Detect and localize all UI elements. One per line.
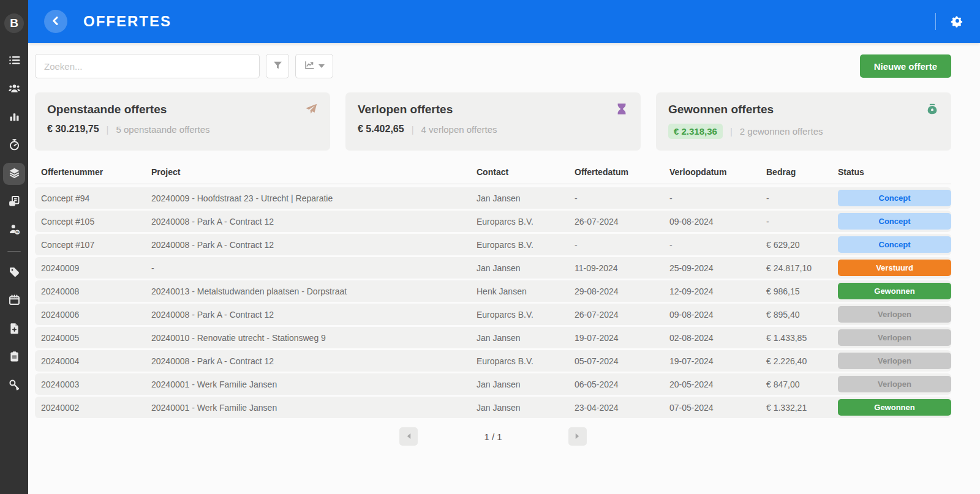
cell-verloopdatum: 09-08-2024 <box>669 310 766 320</box>
pagination: 1 / 1 <box>35 427 951 446</box>
table-row[interactable]: Concept #107 20240008 - Park A - Contrac… <box>35 234 951 255</box>
cell-offertenummer: 20240005 <box>35 333 151 343</box>
cell-project: 20240009 - Hoofdstraat 23 - Utrecht | Re… <box>151 193 477 203</box>
cell-offertedatum: 19-07-2024 <box>575 333 669 343</box>
chevron-down-icon <box>318 64 325 68</box>
sidebar-item-new-file[interactable] <box>3 318 25 340</box>
table-row[interactable]: 20240008 20240013 - Metalstudwanden plaa… <box>35 280 951 302</box>
cell-verloopdatum: 25-09-2024 <box>669 263 766 273</box>
status-badge[interactable]: Verlopen <box>838 329 951 346</box>
status-badge[interactable]: Gewonnen <box>838 283 951 299</box>
list-icon <box>8 54 21 69</box>
cell-contact: Jan Jansen <box>477 333 575 343</box>
status-badge[interactable]: Verlopen <box>838 353 951 369</box>
status-badge[interactable]: Verlopen <box>838 306 951 323</box>
table-row[interactable]: 20240003 20240001 - Werk Familie Jansen … <box>35 373 951 395</box>
cell-verloopdatum: 07-05-2024 <box>669 403 766 413</box>
cell-verloopdatum: 09-08-2024 <box>669 217 766 226</box>
cell-verloopdatum: 19-07-2024 <box>669 356 766 366</box>
cell-project: 20240010 - Renovatie utrecht - Stationsw… <box>151 333 477 343</box>
cell-verloopdatum: 02-08-2024 <box>669 333 766 343</box>
col-project: Project <box>151 167 477 177</box>
table-row[interactable]: Concept #94 20240009 - Hoofdstraat 23 - … <box>35 187 951 209</box>
sidebar-item-tags[interactable] <box>3 262 25 284</box>
search-input[interactable] <box>35 54 260 78</box>
gear-icon <box>951 14 964 29</box>
sidebar-item-calendar[interactable] <box>3 290 25 312</box>
sidebar-item-user-discount[interactable]: % <box>3 219 25 241</box>
cell-project: 20240008 - Park A - Contract 12 <box>151 217 477 226</box>
funnel-icon <box>273 60 283 72</box>
main-content: Nieuwe offerte Openstaande offertes € 30… <box>28 43 980 494</box>
cell-offertenummer: 20240003 <box>35 380 151 389</box>
status-badge[interactable]: Verlopen <box>838 376 951 392</box>
status-badge[interactable]: Concept <box>838 190 951 206</box>
sidebar: B <box>0 0 28 494</box>
card-amount-badge: € 2.318,36 <box>668 124 723 139</box>
next-page-button[interactable] <box>568 427 587 446</box>
cell-project: 20240008 - Park A - Contract 12 <box>151 356 477 366</box>
table-header: Offertenummer Project Contact Offertedat… <box>35 167 951 184</box>
sidebar-item-time[interactable] <box>3 135 25 157</box>
prev-page-button[interactable] <box>399 427 418 446</box>
card-amount: € 30.219,75 <box>47 124 99 135</box>
table-row[interactable]: 20240004 20240008 - Park A - Contract 12… <box>35 350 951 372</box>
app-logo[interactable]: B <box>4 13 24 33</box>
back-button[interactable] <box>44 10 67 33</box>
sidebar-item-list[interactable] <box>3 50 25 72</box>
cell-offertenummer: 20240008 <box>35 286 151 296</box>
status-badge[interactable]: Concept <box>838 213 951 230</box>
cell-bedrag: € 2.226,40 <box>766 356 838 366</box>
table-row[interactable]: 20240009 - Jan Jansen 11-09-2024 25-09-2… <box>35 257 951 279</box>
cell-offertedatum: 06-05-2024 <box>575 380 669 389</box>
table-row[interactable]: 20240002 20240001 - Werk Familie Jansen … <box>35 397 951 418</box>
cell-contact: Europarcs B.V. <box>477 240 575 250</box>
sidebar-item-keys[interactable] <box>3 375 25 397</box>
card-title: Openstaande offertes <box>47 103 317 116</box>
cell-project: 20240001 - Werk Familie Jansen <box>151 380 477 389</box>
table-row[interactable]: Concept #105 20240008 - Park A - Contrac… <box>35 211 951 232</box>
caret-right-icon <box>574 432 581 441</box>
sidebar-item-offertes[interactable] <box>3 163 25 185</box>
tag-icon <box>8 266 21 281</box>
cell-offertedatum: 26-07-2024 <box>575 310 669 320</box>
col-offertedatum: Offertedatum <box>575 167 669 177</box>
cell-offertenummer: 20240009 <box>35 263 151 273</box>
status-badge[interactable]: Gewonnen <box>838 399 951 416</box>
filter-button[interactable] <box>266 54 289 78</box>
table-body: Concept #94 20240009 - Hoofdstraat 23 - … <box>35 187 951 418</box>
sidebar-item-users[interactable] <box>3 78 25 100</box>
card-gewonnen-offertes: Gewonnen offertes € 2.318,36 | 2 gewonne… <box>656 92 951 151</box>
sidebar-item-reports[interactable] <box>3 107 25 129</box>
documents-icon <box>8 195 21 210</box>
cell-offertenummer: 20240002 <box>35 403 151 413</box>
cell-offertedatum: - <box>575 240 669 250</box>
offertes-table: Offertenummer Project Contact Offertedat… <box>35 167 951 418</box>
status-badge[interactable]: Verstuurd <box>838 260 951 276</box>
sidebar-item-clipboard[interactable] <box>3 346 25 369</box>
status-badge[interactable]: Concept <box>838 236 951 253</box>
line-chart-icon <box>304 60 315 72</box>
calendar-icon <box>8 294 21 309</box>
table-row[interactable]: 20240005 20240010 - Renovatie utrecht - … <box>35 327 951 348</box>
new-offerte-button[interactable]: Nieuwe offerte <box>860 54 951 78</box>
cell-offertedatum: 29-08-2024 <box>575 286 669 296</box>
cell-contact: Europarcs B.V. <box>477 356 575 366</box>
cell-offertedatum: 23-04-2024 <box>575 403 669 413</box>
col-offertenummer: Offertenummer <box>35 167 151 177</box>
summary-cards: Openstaande offertes € 30.219,75 | 5 ope… <box>35 92 951 151</box>
sidebar-nav: % <box>3 50 25 403</box>
user-percent-icon: % <box>8 223 21 238</box>
cell-bedrag: € 847,00 <box>766 380 838 389</box>
chart-view-dropdown[interactable] <box>295 54 333 78</box>
card-count: 2 gewonnen offertes <box>740 126 823 137</box>
table-row[interactable]: 20240006 20240008 - Park A - Contract 12… <box>35 304 951 325</box>
col-contact: Contact <box>477 167 575 177</box>
cell-bedrag: - <box>766 193 838 203</box>
settings-button[interactable] <box>951 14 964 29</box>
cell-offertenummer: 20240006 <box>35 310 151 320</box>
clipboard-icon <box>8 350 21 365</box>
sidebar-item-documents[interactable] <box>3 191 25 213</box>
svg-text:%: % <box>15 230 18 234</box>
cell-verloopdatum: 12-09-2024 <box>669 286 766 296</box>
